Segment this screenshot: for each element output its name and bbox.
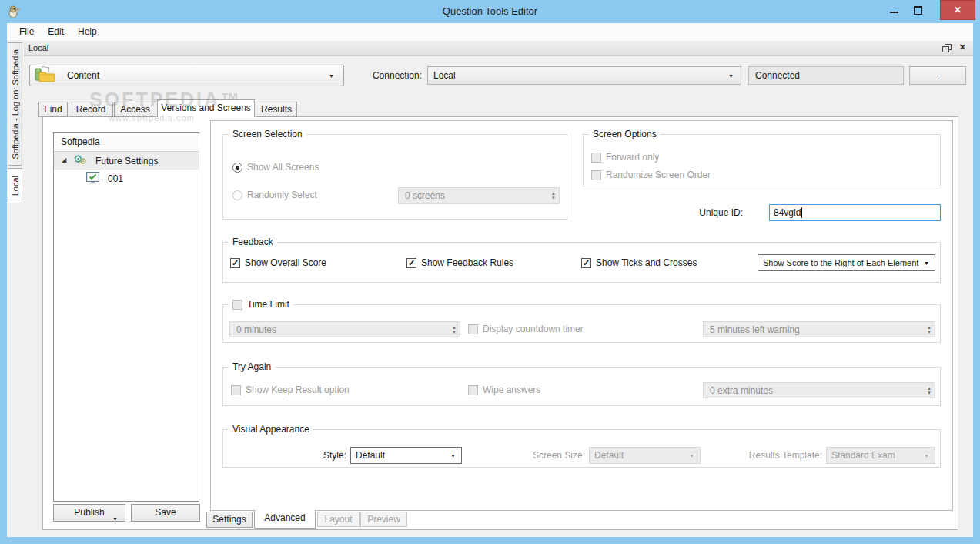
content-selector-label: Content: [67, 70, 99, 81]
checkbox-countdown-timer[interactable]: Display countdown timer: [468, 324, 584, 334]
window-title: Question Tools Editor: [0, 5, 980, 17]
time-limit-group: Time Limit 0 minutes ▲ ▼ Display countdo…: [222, 304, 941, 343]
spinner-down-icon[interactable]: ▼: [927, 391, 932, 395]
time-limit-minutes-spinner[interactable]: 0 minutes ▲ ▼: [229, 321, 460, 337]
checkbox-show-feedback-rules[interactable]: ✓ Show Feedback Rules: [406, 257, 513, 268]
checkbox-randomize-order[interactable]: Randomize Screen Order: [591, 170, 711, 180]
connection-select[interactable]: Local ▼: [427, 66, 741, 85]
tree-header: Softpedia: [54, 133, 199, 152]
checkbox-checked-icon: ✓: [581, 258, 591, 268]
dropdown-arrow-icon: ▼: [329, 73, 334, 79]
expander-icon[interactable]: ◢: [62, 156, 66, 164]
unique-id-label: Unique ID:: [654, 207, 743, 218]
text-caret: [801, 207, 802, 218]
checkbox-unchecked-icon: [231, 385, 241, 395]
tab-access[interactable]: Access: [114, 102, 156, 117]
visual-appearance-group: Visual Appearance Style: Default ▼ Scree…: [222, 429, 941, 468]
sidebar-tab-logon[interactable]: Softpedia - Log on: Softpedia: [8, 42, 22, 166]
client-area: File Edit Help Softpedia - Log on: Softp…: [7, 23, 973, 537]
main-tab-bar: Find Record Access Versions and Screens …: [38, 99, 298, 117]
spinner-down-icon[interactable]: ▼: [452, 330, 457, 334]
screen-check-icon: [86, 172, 99, 186]
versions-tab-page: Softpedia ◢ ⚙ ⚙ Future Settings: [42, 116, 958, 530]
checkbox-unchecked-icon: [591, 153, 601, 163]
checkbox-show-overall-score[interactable]: ✓ Show Overall Score: [230, 257, 326, 268]
checkbox-checked-icon: ✓: [230, 258, 240, 268]
tab-find[interactable]: Find: [38, 102, 68, 117]
float-window-icon[interactable]: [942, 44, 952, 53]
extra-minutes-spinner[interactable]: 0 extra minutes ▲ ▼: [703, 382, 935, 398]
tab-settings[interactable]: Settings: [206, 512, 253, 528]
style-label: Style:: [269, 450, 346, 461]
feedback-group: Feedback ✓ Show Overall Score ✓ Show Fee…: [222, 242, 941, 283]
checkbox-time-limit[interactable]: [232, 300, 242, 310]
menu-help[interactable]: Help: [71, 24, 104, 39]
close-icon: ✕: [954, 5, 962, 15]
connection-label: Connection:: [366, 70, 422, 81]
dropdown-arrow-icon: ▼: [728, 73, 734, 79]
maximize-button[interactable]: [907, 2, 929, 18]
screen-size-label: Screen Size:: [477, 450, 585, 461]
dropdown-arrow-icon: ▼: [924, 260, 929, 266]
spinner-buttons[interactable]: ▲ ▼: [927, 325, 932, 334]
tree-panel: Softpedia ◢ ⚙ ⚙ Future Settings: [53, 132, 199, 502]
tree-item-future-settings[interactable]: ◢ ⚙ ⚙ Future Settings: [54, 152, 199, 170]
results-template-select[interactable]: Standard Exam ▼: [826, 447, 935, 464]
spinner-buttons[interactable]: ▲ ▼: [551, 191, 556, 200]
spinner-buttons[interactable]: ▲ ▼: [927, 386, 932, 395]
maximize-icon: [914, 6, 922, 15]
spinner-down-icon[interactable]: ▼: [927, 330, 932, 334]
screen-selection-group: Screen Selection Show All Screens Random…: [222, 134, 567, 220]
unique-id-input[interactable]: 84vgid: [769, 204, 941, 221]
tab-results[interactable]: Results: [256, 102, 297, 117]
checkbox-keep-result[interactable]: Show Keep Result option: [231, 384, 350, 395]
checkbox-show-ticks-crosses[interactable]: ✓ Show Ticks and Crosses: [581, 257, 697, 268]
checkbox-wipe-answers[interactable]: Wipe answers: [468, 384, 540, 395]
tab-preview[interactable]: Preview: [360, 512, 407, 527]
content-selector[interactable]: Content ▼: [29, 65, 344, 86]
tab-layout[interactable]: Layout: [317, 512, 360, 527]
score-position-select[interactable]: Show Score to the Right of Each Element …: [758, 254, 935, 271]
dock-title: Local: [28, 43, 48, 52]
minimize-icon: [890, 12, 898, 13]
checkbox-forward-only[interactable]: Forward only: [591, 152, 659, 163]
menu-file[interactable]: File: [12, 24, 41, 39]
save-button[interactable]: Save: [131, 504, 200, 522]
checkbox-checked-icon: ✓: [406, 258, 416, 268]
radio-randomly-select[interactable]: Randomly Select: [232, 190, 317, 200]
disconnect-button[interactable]: -: [909, 66, 966, 85]
app-window: Question Tools Editor ✕ File Edit Help S…: [0, 0, 980, 544]
sidebar-tab-local[interactable]: Local: [8, 168, 22, 203]
warning-minutes-spinner[interactable]: 5 minutes left warning ▲ ▼: [703, 321, 935, 337]
spinner-down-icon[interactable]: ▼: [551, 196, 556, 200]
tree-item-001[interactable]: 001: [54, 170, 199, 187]
close-button[interactable]: ✕: [940, 0, 975, 20]
dropdown-arrow-icon: ▼: [924, 453, 929, 458]
try-again-group: Try Again Show Keep Result option Wipe a…: [222, 367, 941, 406]
tab-versions-and-screens[interactable]: Versions and Screens: [157, 99, 255, 117]
radio-show-all-screens[interactable]: Show All Screens: [232, 162, 319, 173]
spinner-buttons[interactable]: ▲ ▼: [452, 325, 457, 334]
connection-status: Connected: [748, 66, 904, 85]
folder-icon: [35, 66, 56, 86]
minimize-button[interactable]: [883, 2, 905, 18]
checkbox-unchecked-icon: [591, 170, 601, 180]
dock-panel-header[interactable]: Local ✕: [24, 40, 973, 56]
dock-body: SOFTPEDIA™ www.softpedia.com Content ▼ C…: [24, 56, 973, 537]
screen-options-group: Screen Options Forward only Randomize Sc…: [583, 134, 941, 186]
tab-record[interactable]: Record: [69, 102, 113, 117]
tab-advanced[interactable]: Advanced: [254, 510, 316, 529]
menu-bar: File Edit Help: [7, 23, 973, 40]
titlebar[interactable]: Question Tools Editor ✕: [0, 0, 980, 23]
side-tab-strip: Softpedia - Log on: Softpedia Local: [7, 40, 24, 537]
screens-count-spinner[interactable]: 0 screens ▲ ▼: [398, 187, 560, 204]
checkbox-unchecked-icon: [468, 324, 478, 334]
dropdown-arrow-icon[interactable]: ▼: [112, 511, 118, 527]
menu-edit[interactable]: Edit: [41, 24, 71, 39]
radio-unselected-icon: [232, 190, 242, 200]
advanced-form-panel: Screen Selection Show All Screens Random…: [210, 120, 953, 511]
dock-close-icon[interactable]: ✕: [959, 42, 966, 52]
style-select[interactable]: Default ▼: [350, 447, 462, 464]
dropdown-arrow-icon: ▼: [450, 453, 456, 458]
publish-button[interactable]: Publish ▼: [53, 504, 125, 522]
